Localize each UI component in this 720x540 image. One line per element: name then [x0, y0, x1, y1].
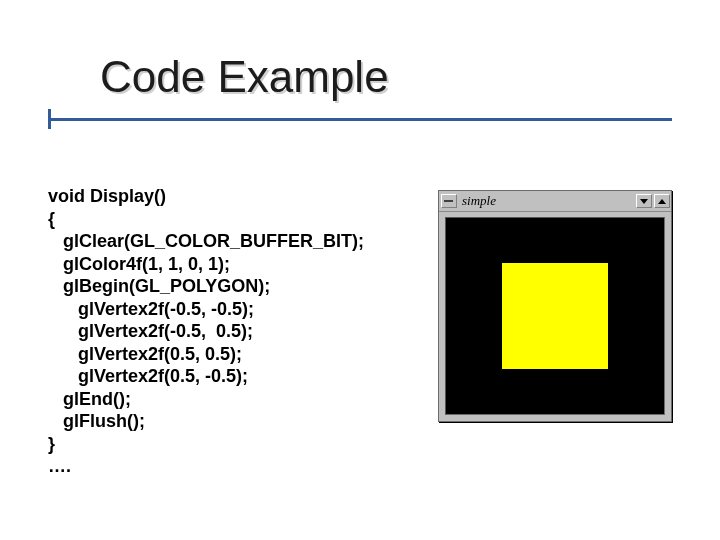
triangle-down-icon — [640, 199, 648, 204]
code-line: glFlush(); — [48, 411, 145, 431]
code-line: glVertex2f(0.5, 0.5); — [48, 344, 242, 364]
code-line: { — [48, 209, 55, 229]
triangle-up-icon — [658, 199, 666, 204]
slide: Code Example void Display() { glClear(GL… — [0, 0, 720, 540]
system-menu-icon[interactable] — [441, 194, 457, 208]
code-line: glColor4f(1, 1, 0, 1); — [48, 254, 230, 274]
code-line: } — [48, 434, 55, 454]
title-wrap: Code Example — [100, 52, 389, 102]
yellow-polygon — [502, 263, 608, 369]
code-line: void Display() — [48, 186, 166, 206]
maximize-button[interactable] — [654, 194, 670, 208]
window-titlebar: simple — [439, 191, 671, 212]
code-line: glBegin(GL_POLYGON); — [48, 276, 270, 296]
slide-title: Code Example — [100, 52, 389, 102]
code-line: glVertex2f(0.5, -0.5); — [48, 366, 248, 386]
code-line: glEnd(); — [48, 389, 131, 409]
window-title: simple — [460, 193, 635, 209]
opengl-canvas — [445, 217, 665, 415]
code-line: glClear(GL_COLOR_BUFFER_BIT); — [48, 231, 364, 251]
code-line: glVertex2f(-0.5, 0.5); — [48, 321, 253, 341]
title-underline — [48, 118, 672, 121]
code-block: void Display() { glClear(GL_COLOR_BUFFER… — [48, 185, 364, 478]
opengl-window: simple — [438, 190, 672, 422]
minimize-button[interactable] — [636, 194, 652, 208]
code-line: …. — [48, 456, 71, 476]
code-line: glVertex2f(-0.5, -0.5); — [48, 299, 254, 319]
